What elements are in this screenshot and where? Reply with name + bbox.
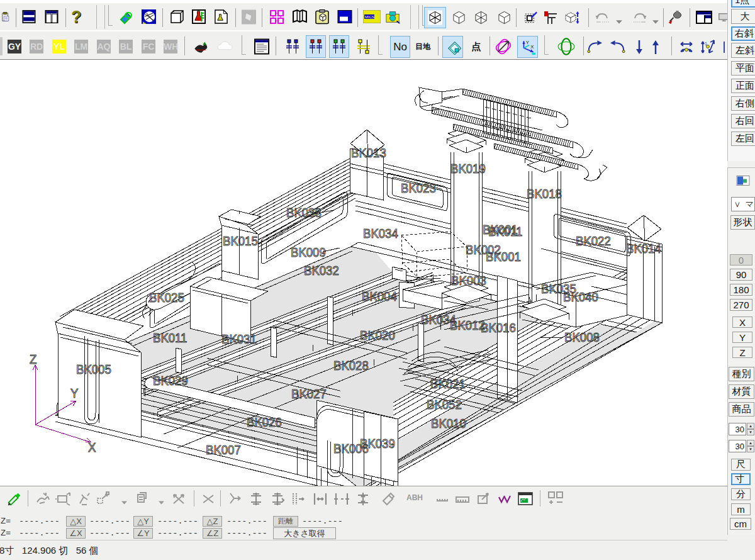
svg-text:MICS: MICS	[365, 15, 374, 19]
svg-text:X: X	[530, 44, 534, 50]
svg-text:Y: Y	[526, 40, 529, 45]
svg-text:1: 1	[705, 42, 707, 46]
